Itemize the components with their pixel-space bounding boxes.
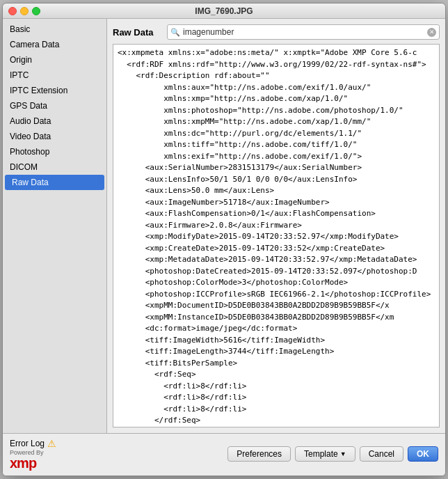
sidebar-item-iptc-extension[interactable]: IPTC Extension	[3, 83, 106, 98]
footer-right-buttons: Preferences Template ▼ Cancel OK	[227, 446, 438, 462]
search-box: 🔍 ✕	[167, 24, 440, 40]
sidebar-item-dicom[interactable]: DICOM	[3, 159, 106, 175]
cancel-button[interactable]: Cancel	[360, 446, 403, 462]
template-label: Template	[304, 449, 338, 459]
search-clear-button[interactable]: ✕	[427, 28, 436, 37]
window-title: IMG_7690.JPG	[195, 6, 253, 16]
search-input[interactable]	[183, 27, 427, 37]
sidebar-item-photoshop[interactable]: Photoshop	[3, 144, 106, 159]
content-area: Basic Camera Data Origin IPTC IPTC Exten…	[3, 19, 445, 433]
minimize-button[interactable]	[20, 7, 29, 15]
title-bar: IMG_7690.JPG	[3, 3, 445, 19]
error-log-button[interactable]: Error Log ⚠	[10, 438, 56, 449]
sidebar-item-camera-data[interactable]: Camera Data	[3, 37, 106, 52]
template-button[interactable]: Template ▼	[295, 446, 355, 462]
sidebar-item-video-data[interactable]: Video Data	[3, 129, 106, 144]
main-window: IMG_7690.JPG Basic Camera Data Origin IP…	[2, 3, 446, 476]
footer-left: Error Log ⚠ Powered By xmp	[10, 438, 56, 470]
sidebar: Basic Camera Data Origin IPTC IPTC Exten…	[3, 19, 107, 433]
main-panel: Raw Data 🔍 ✕ <x:xmpmeta xmlns:x="adobe:n…	[107, 19, 445, 433]
maximize-button[interactable]	[32, 7, 40, 15]
top-bar: Raw Data 🔍 ✕	[113, 24, 440, 40]
sidebar-item-iptc[interactable]: IPTC	[3, 68, 106, 83]
xml-content: <x:xmpmeta xmlns:x="adobe:ns:meta/" x:xm…	[118, 47, 435, 427]
xmp-branding: Powered By xmp	[10, 449, 44, 470]
warning-icon: ⚠	[47, 438, 56, 449]
footer: Error Log ⚠ Powered By xmp Preferences T…	[3, 433, 445, 476]
error-log-label: Error Log	[10, 439, 45, 448]
search-icon: 🔍	[170, 28, 180, 37]
sidebar-item-origin[interactable]: Origin	[3, 52, 106, 68]
chevron-down-icon: ▼	[340, 450, 346, 457]
sidebar-item-audio-data[interactable]: Audio Data	[3, 113, 106, 129]
sidebar-item-gps-data[interactable]: GPS Data	[3, 98, 106, 113]
ok-button[interactable]: OK	[408, 446, 438, 462]
sidebar-item-raw-data[interactable]: Raw Data	[5, 175, 104, 190]
preferences-button[interactable]: Preferences	[227, 446, 291, 462]
raw-data-content[interactable]: <x:xmpmeta xmlns:x="adobe:ns:meta/" x:xm…	[113, 44, 440, 427]
panel-label: Raw Data	[113, 27, 161, 38]
xmp-logo: xmp	[10, 456, 36, 470]
close-button[interactable]	[8, 7, 17, 15]
sidebar-item-basic[interactable]: Basic	[3, 22, 106, 37]
traffic-lights	[8, 7, 40, 15]
